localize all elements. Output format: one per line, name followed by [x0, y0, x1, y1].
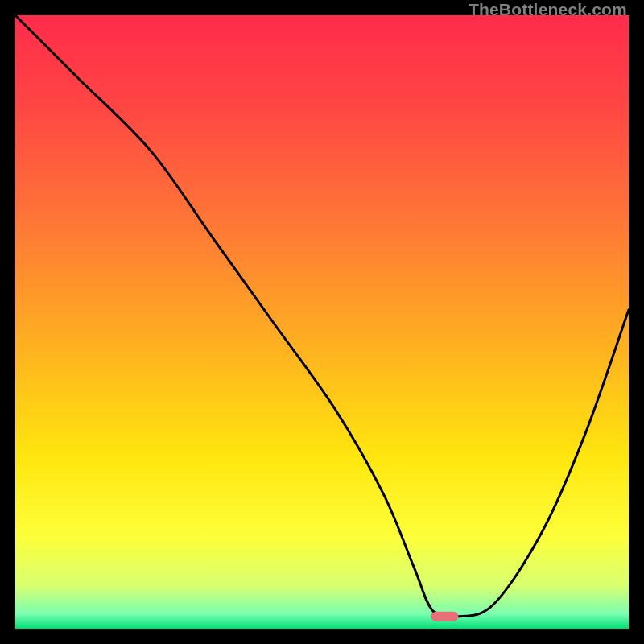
watermark-text: TheBottleneck.com: [469, 0, 627, 19]
chart-frame: [15, 15, 629, 629]
bottleneck-chart: [15, 15, 629, 629]
optimal-marker: [431, 612, 458, 621]
